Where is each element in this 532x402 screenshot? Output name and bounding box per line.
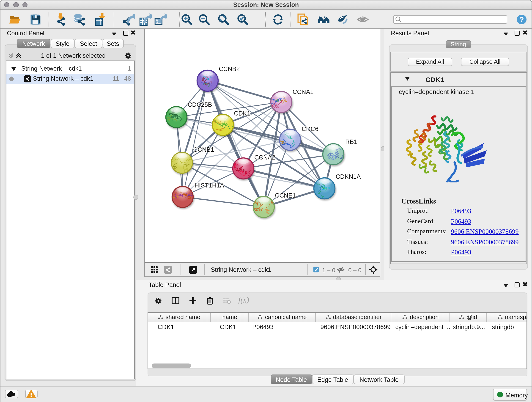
svg-text:CCNE1: CCNE1 — [275, 192, 296, 199]
svg-text:?: ? — [520, 15, 524, 23]
svg-text:CCNA1: CCNA1 — [292, 88, 313, 95]
svg-text:CDC25B: CDC25B — [187, 101, 212, 108]
svg-text:CCNB2: CCNB2 — [219, 65, 240, 72]
svg-text:CDC6: CDC6 — [302, 125, 318, 132]
svg-text:CCNB1: CCNB1 — [193, 146, 214, 153]
svg-text:RB1: RB1 — [345, 138, 357, 145]
svg-text:HIST1H1A: HIST1H1A — [194, 182, 224, 189]
svg-text:CDKN1A: CDKN1A — [336, 173, 361, 180]
svg-text:CDK1: CDK1 — [234, 110, 250, 117]
svg-text:CCNA2: CCNA2 — [254, 154, 275, 161]
